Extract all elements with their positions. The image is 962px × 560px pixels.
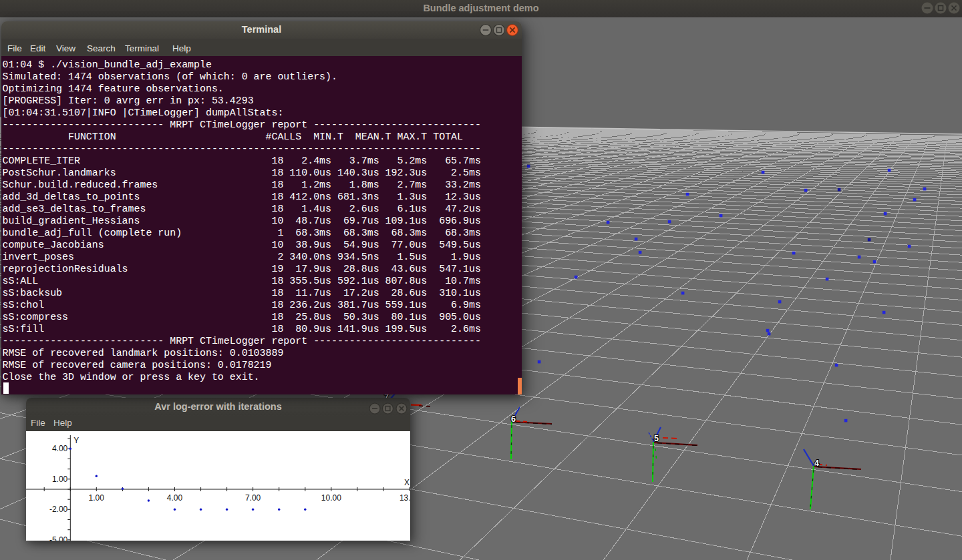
svg-text:10.00: 10.00 — [321, 493, 341, 503]
svg-text:4.00: 4.00 — [167, 493, 183, 503]
svg-text:1.00: 1.00 — [89, 493, 105, 503]
svg-text:7.00: 7.00 — [245, 493, 261, 503]
svg-text:Y: Y — [73, 436, 79, 445]
svg-text:-5.00: -5.00 — [49, 535, 68, 541]
svg-text:4: 4 — [814, 459, 819, 468]
svg-text:4.00: 4.00 — [52, 444, 68, 453]
svg-text:-2.00: -2.00 — [49, 505, 68, 514]
svg-text:6: 6 — [511, 414, 516, 424]
svg-text:X: X — [404, 478, 410, 487]
svg-text:13.00: 13.00 — [399, 493, 410, 503]
svg-text:1.00: 1.00 — [52, 475, 68, 484]
svg-text:5: 5 — [654, 434, 659, 443]
